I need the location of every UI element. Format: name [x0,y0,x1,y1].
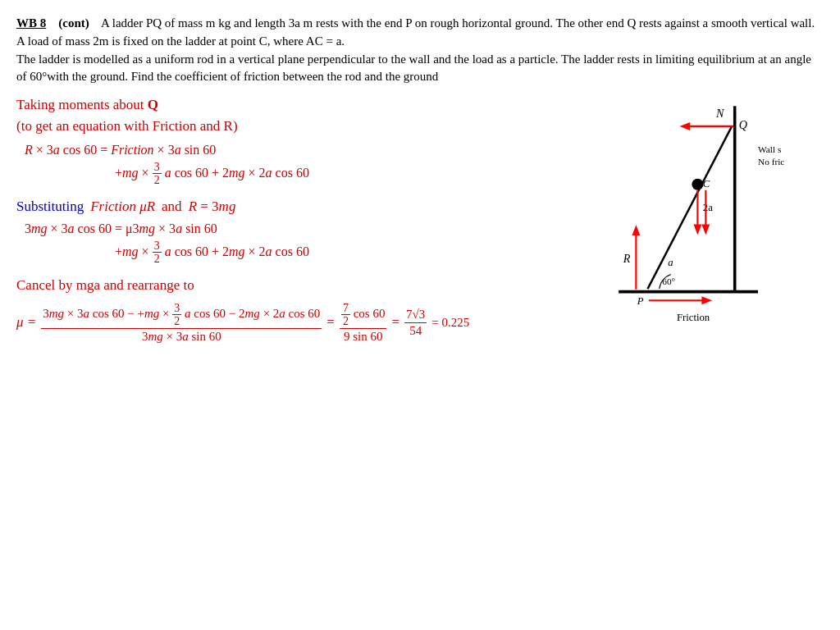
eq2-frac-num: 3 [153,161,162,174]
bold-q: Q [148,97,158,112]
f7s-num: 7√3 [404,308,427,323]
svg-marker-6 [632,225,640,235]
cont-label: (cont) [58,16,89,30]
header-text: WB 8 (cont) A ladder PQ of mass m kg and… [16,15,824,86]
inner-n: 7 [341,302,350,315]
mu-equation: μ = 3mg × 3a cos 60 − +mg × 3 2 a cos 60… [16,302,533,345]
and-word: and [162,199,182,215]
wb8-title: WB 8 [16,16,46,30]
header-description: A ladder PQ of mass m kg and length 3a m… [16,16,815,48]
fraction-7sqrt3-54: 7√3 54 [404,308,427,338]
heading-to-get: (to get an equation with Friction and R) [16,118,238,134]
svg-line-2 [648,126,733,289]
c-label: C [703,178,710,189]
p-label: P [637,295,644,307]
mu-fraction: 3mg × 3a cos 60 − +mg × 3 2 a cos 60 − 2… [41,302,322,345]
equation-4: +mg × 3 2 a cos 60 + 2mg × 2a cos 60 [115,240,533,266]
substituting-word: Substituting [16,199,84,215]
equation-2: +mg × 3 2 a cos 60 + 2mg × 2a cos 60 [115,161,533,187]
inner-d: 2 [341,315,350,327]
eq1-text: R × 3a cos 60 = Friction × 3a sin 60 [25,143,216,157]
friction-label: Friction [677,312,710,323]
substituting-line: Substituting Friction μR and R = 3mg [16,199,533,215]
section-heading: Taking moments about Q (to get an equati… [16,94,533,136]
mu-num-frac-d: 2 [172,315,181,327]
f72-num: 7 2 cos 60 [340,302,387,330]
f7s-den: 54 [408,323,423,338]
mu-numerator: 3mg × 3a cos 60 − +mg × 3 2 a cos 60 − 2… [41,302,322,330]
two-a-label: 2a [703,202,713,213]
svg-marker-4 [679,122,690,130]
angle-label: 60° [662,276,675,286]
no-fric-label: No fric [758,157,784,167]
svg-marker-12 [701,296,712,304]
result-value: = 0.225 [431,316,469,330]
friction-part: Friction μR [90,199,155,215]
fraction-7-2: 7 2 cos 60 9 sin 60 [340,302,387,345]
left-column: Taking moments about Q (to get an equati… [16,94,541,344]
svg-marker-8 [693,225,701,235]
cancel-line: Cancel by mga and rearrange to [16,277,533,294]
a-label: a [668,257,673,268]
svg-marker-10 [701,225,710,235]
mu-num-frac-n: 3 [172,302,181,315]
q-label: Q [739,118,747,131]
header-description2: The ladder is modelled as a uniform rod … [16,52,811,84]
eq-sign-1: = [326,314,335,331]
right-column: N Q Wall s No fric 2a R C a [541,94,824,344]
mu-num-frac: 3 2 [172,302,181,328]
equation-1: R × 3a cos 60 = Friction × 3a sin 60 [16,143,533,158]
f72-den: 9 sin 60 [342,329,385,344]
wall-s-label: Wall s [758,144,781,154]
mu-symbol: μ = [16,314,36,331]
inner-frac: 7 2 [341,302,350,328]
point-c-dot [692,179,703,190]
r-part: R = 3mg [189,199,236,215]
eq2-fraction: 3 2 [153,161,162,187]
diagram-svg: N Q Wall s No fric 2a R C a [541,94,824,344]
equation-3: 3mg × 3a cos 60 = μ3mg × 3a sin 60 [16,221,533,236]
mu-denominator: 3mg × 3a sin 60 [140,329,223,344]
eq4-frac-den: 2 [153,253,162,265]
eq4-frac-num: 3 [153,240,162,253]
r-label: R [623,252,631,265]
n-label: N [715,107,725,120]
eq3-text: 3mg × 3a cos 60 = μ3mg × 3a sin 60 [25,221,217,235]
content-area: Taking moments about Q (to get an equati… [16,94,824,344]
page: WB 8 (cont) A ladder PQ of mass m kg and… [0,0,840,352]
cancel-text: Cancel by mga and rearrange to [16,277,194,293]
eq-sign-2: = [391,314,399,331]
eq4-fraction: 3 2 [153,240,162,266]
eq2-frac-den: 2 [153,174,162,186]
heading-taking: Taking moments about Q [16,97,158,112]
